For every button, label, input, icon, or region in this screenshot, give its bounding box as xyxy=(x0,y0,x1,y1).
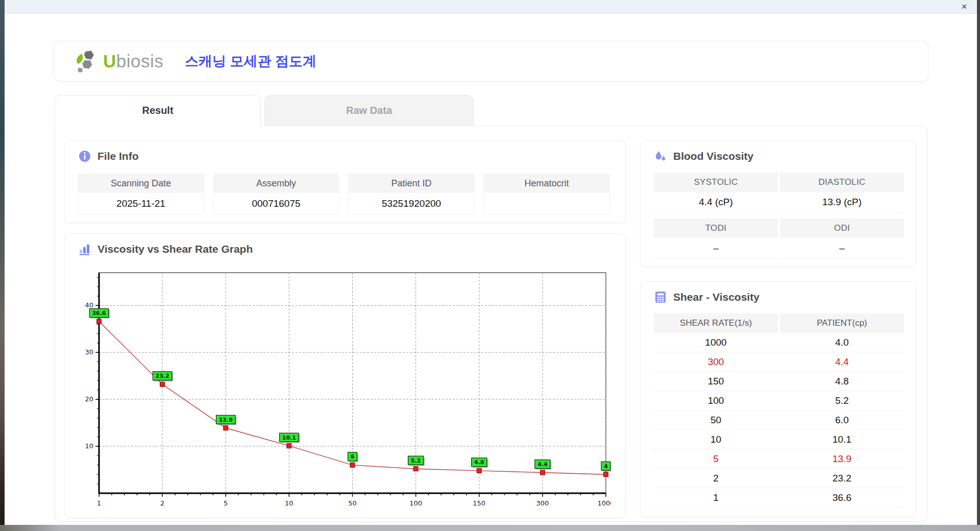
todi-label: TODI xyxy=(654,219,778,238)
todi-value: – xyxy=(654,238,778,259)
svg-text:6: 6 xyxy=(351,453,355,460)
col-shear-rate: SHEAR RATE(1/s) xyxy=(654,313,778,333)
field-value: 000716075 xyxy=(213,193,339,214)
svg-text:2: 2 xyxy=(160,499,164,507)
brand-wordmark: Ubiosis xyxy=(103,51,163,71)
svg-text:20: 20 xyxy=(85,395,93,403)
field-label: Assembly xyxy=(213,174,339,193)
shear-rate-cell: 300 xyxy=(654,352,778,371)
systolic-value: 4.4 (cP) xyxy=(654,192,778,213)
graph-title: Viscosity vs Shear Rate Graph xyxy=(97,243,253,255)
patient-viscosity-cell: 36.6 xyxy=(780,488,904,507)
shear-rate-cell: 1 xyxy=(654,488,778,507)
patient-viscosity-cell: 5.2 xyxy=(780,391,904,410)
file-info-panel: File Info Scanning Date 2025-11-21 Assem… xyxy=(64,140,626,223)
svg-text:4.4: 4.4 xyxy=(537,461,548,468)
odi-label: ODI xyxy=(780,219,904,238)
patient-viscosity-cell: 4.8 xyxy=(780,372,904,391)
header-card: Ubiosis 스캐닝 모세관 점도계 xyxy=(54,41,928,82)
patient-viscosity-cell: 4.0 xyxy=(780,333,904,352)
graph-header: Viscosity vs Shear Rate Graph xyxy=(78,243,253,256)
diastolic-label: DIASTOLIC xyxy=(780,173,904,192)
shear-rate-cell: 100 xyxy=(654,391,778,410)
app-title-korean: 스캐닝 모세관 점도계 xyxy=(185,41,316,81)
shear-viscosity-header: Shear - Viscosity xyxy=(654,291,760,304)
calculator-icon xyxy=(654,291,667,304)
tab-result[interactable]: Result xyxy=(55,95,261,127)
shear-viscosity-title: Shear - Viscosity xyxy=(673,291,760,303)
shear-rate-cell: 2 xyxy=(654,469,778,488)
blood-viscosity-title: Blood Viscosity xyxy=(673,150,753,162)
info-icon xyxy=(78,150,91,163)
field-value: 53251920200 xyxy=(348,193,475,214)
field-label: Patient ID xyxy=(348,174,475,193)
droplets-icon xyxy=(654,150,667,163)
svg-text:10: 10 xyxy=(285,499,293,507)
viscosity-graph-panel: Viscosity vs Shear Rate Graph 1251050100… xyxy=(64,233,626,518)
svg-text:30: 30 xyxy=(85,348,93,356)
svg-text:150: 150 xyxy=(473,499,485,507)
field-assembly: Assembly 000716075 xyxy=(213,174,339,214)
table-row: 223.2 xyxy=(654,469,904,488)
shear-rate-cell: 50 xyxy=(654,411,778,429)
field-value xyxy=(483,193,610,214)
svg-text:100: 100 xyxy=(409,499,422,507)
svg-text:300: 300 xyxy=(536,499,549,507)
svg-text:36.6: 36.6 xyxy=(92,310,106,317)
table-row: 1010.1 xyxy=(654,430,904,449)
ubiosis-leaf-logo-icon xyxy=(74,48,100,75)
svg-text:1: 1 xyxy=(97,499,101,507)
window-titlebar: × xyxy=(5,0,977,14)
bar-chart-icon xyxy=(78,243,91,256)
table-row: 506.0 xyxy=(654,411,904,430)
field-hematocrit: Hematocrit xyxy=(483,174,610,214)
col-patient: PATIENT(cp) xyxy=(780,313,904,333)
table-row: 3004.4 xyxy=(654,352,904,372)
blood-viscosity-header: Blood Viscosity xyxy=(654,150,753,163)
systolic-label: SYSTOLIC xyxy=(654,173,778,192)
svg-text:50: 50 xyxy=(348,499,357,507)
field-label: Scanning Date xyxy=(78,174,204,193)
shear-rate-cell: 1000 xyxy=(654,333,778,352)
svg-text:13.9: 13.9 xyxy=(219,417,233,423)
table-row: 1005.2 xyxy=(654,391,904,411)
svg-text:4: 4 xyxy=(604,463,608,470)
table-row: 10004.0 xyxy=(654,333,904,352)
app-window: × Ubiosis 스캐닝 모세관 점도계 Result Raw Data xyxy=(5,0,977,525)
svg-text:1000: 1000 xyxy=(597,499,611,507)
field-label: Hematocrit xyxy=(483,174,610,193)
table-header-row: SHEAR RATE(1/s) PATIENT(cp) xyxy=(654,313,904,333)
chart-container: 125105010015030010001020304036.623.213.9… xyxy=(80,262,611,517)
shear-rate-cell: 5 xyxy=(654,449,778,468)
svg-text:5: 5 xyxy=(224,499,228,507)
table-row: 513.9 xyxy=(654,449,904,469)
close-icon[interactable]: × xyxy=(958,1,971,13)
field-patient-id: Patient ID 53251920200 xyxy=(348,174,475,214)
brand-rest: biosis xyxy=(116,51,163,71)
svg-text:4.8: 4.8 xyxy=(474,459,484,466)
svg-text:23.2: 23.2 xyxy=(156,373,169,379)
table-rows: 10004.03004.41504.81005.2506.01010.1513.… xyxy=(654,333,904,508)
desktop-background-left xyxy=(0,0,5,531)
desktop-background-bottom xyxy=(0,525,980,531)
file-info-title: File Info xyxy=(97,150,139,162)
diastolic-value: 13.9 (cP) xyxy=(780,192,904,213)
table-row: 136.6 xyxy=(654,488,904,508)
blood-viscosity-panel: Blood Viscosity SYSTOLIC DIASTOLIC 4.4 (… xyxy=(640,140,917,267)
svg-text:5.2: 5.2 xyxy=(411,457,421,464)
viscosity-chart: 125105010015030010001020304036.623.213.9… xyxy=(80,262,611,515)
shear-viscosity-panel: Shear - Viscosity SHEAR RATE(1/s) PATIEN… xyxy=(640,281,917,517)
svg-text:10.1: 10.1 xyxy=(282,435,296,441)
patient-viscosity-cell: 23.2 xyxy=(780,469,904,488)
odi-value: – xyxy=(780,238,904,259)
file-info-header: File Info xyxy=(78,150,139,163)
result-content-card: File Info Scanning Date 2025-11-21 Assem… xyxy=(55,126,927,522)
patient-viscosity-cell: 13.9 xyxy=(780,449,904,468)
patient-viscosity-cell: 6.0 xyxy=(780,411,904,429)
table-row: 1504.8 xyxy=(654,372,904,391)
shear-rate-cell: 10 xyxy=(654,430,778,449)
svg-text:10: 10 xyxy=(85,442,93,450)
shear-viscosity-table: SHEAR RATE(1/s) PATIENT(cp) 10004.03004.… xyxy=(654,313,904,508)
tab-raw-data[interactable]: Raw Data xyxy=(264,95,474,127)
patient-viscosity-cell: 10.1 xyxy=(780,430,904,449)
